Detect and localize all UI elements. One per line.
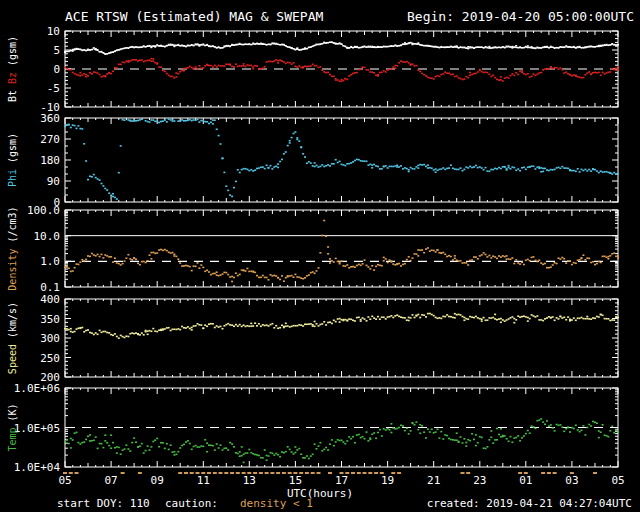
caution-marks bbox=[63, 472, 597, 474]
panel-density: 100.010.01.00.1Density (/cm3) bbox=[7, 204, 619, 294]
caution-label: caution: bbox=[165, 497, 218, 510]
axis-ticks bbox=[65, 299, 618, 377]
series-temp bbox=[64, 418, 619, 463]
begin-timestamp: Begin: 2019-04-20 05:00:00UTC bbox=[407, 9, 634, 24]
x-tick-label: 07 bbox=[104, 474, 117, 487]
series-phi bbox=[64, 118, 619, 200]
plot-title: ACE RTSW (Estimated) MAG & SWEPAM bbox=[65, 9, 323, 24]
temp-axis-label: Temp (K) bbox=[7, 403, 18, 451]
x-tick-label: 17 bbox=[335, 474, 348, 487]
bt-bz-axis-label: Bt Bz (gsm) bbox=[7, 36, 18, 102]
x-tick-label: 09 bbox=[151, 474, 164, 487]
density-axis-label: Density (/cm3) bbox=[7, 206, 18, 290]
phi-ytick-label: 360 bbox=[40, 112, 60, 125]
density-ytick-label: 1.0 bbox=[40, 255, 60, 268]
series-density bbox=[64, 220, 619, 283]
panel-frame bbox=[65, 118, 618, 202]
speed-axis-label: Speed (km/s) bbox=[7, 302, 18, 374]
axis-ticks bbox=[65, 118, 618, 202]
caution-value: density < 1 bbox=[240, 497, 313, 510]
density-ytick-label: 10.0 bbox=[34, 230, 61, 243]
speed-ytick-label: 250 bbox=[40, 352, 60, 365]
speed-ytick-label: 300 bbox=[40, 332, 60, 345]
x-tick-label: 23 bbox=[473, 474, 486, 487]
phi-ytick-label: 90 bbox=[47, 175, 60, 188]
speed-ytick-label: 350 bbox=[40, 313, 60, 326]
bt-bz-ytick-label: 5 bbox=[53, 44, 60, 57]
temp-ytick-label: 1.0E+06 bbox=[14, 382, 60, 395]
plot-canvas: ACE RTSW (Estimated) MAG & SWEPAM Begin:… bbox=[0, 0, 640, 512]
panel-speed: 400350300250200Speed (km/s) bbox=[7, 293, 619, 384]
panel-bt-bz: 1050-5-10Bt Bz (gsm) bbox=[7, 25, 619, 114]
x-tick-label: 05 bbox=[58, 474, 71, 487]
phi-ytick-label: 270 bbox=[40, 133, 60, 146]
x-tick-label: 21 bbox=[427, 474, 440, 487]
bt-bz-ytick-label: -5 bbox=[47, 82, 60, 95]
x-tick-labels: 05070911131517192123010305 bbox=[58, 474, 624, 487]
series-speed bbox=[64, 313, 619, 339]
x-tick-label: 05 bbox=[611, 474, 624, 487]
created-timestamp: created: 2019-04-21 04:27:04UTC bbox=[427, 497, 632, 510]
panel-frame bbox=[65, 299, 618, 377]
panel-temp: 1.0E+061.0E+051.0E+04Temp (K) bbox=[7, 382, 619, 474]
temp-ytick-label: 1.0E+04 bbox=[14, 461, 61, 474]
series-bt bbox=[64, 41, 619, 55]
speed-ytick-label: 400 bbox=[40, 293, 60, 306]
density-ytick-label: 100.0 bbox=[27, 204, 60, 217]
series-bz bbox=[64, 58, 619, 82]
phi-axis-label: Phi (gsm) bbox=[7, 133, 18, 187]
phi-ytick-label: 180 bbox=[40, 154, 60, 167]
x-tick-label: 13 bbox=[243, 474, 256, 487]
start-doy-label: start DOY: 110 bbox=[57, 497, 150, 510]
panels-group: 1050-5-10Bt Bz (gsm)360270180900Phi (gsm… bbox=[7, 25, 625, 487]
x-tick-label: 11 bbox=[197, 474, 210, 487]
temp-ytick-label: 1.0E+05 bbox=[14, 422, 60, 435]
x-tick-label: 19 bbox=[381, 474, 394, 487]
bt-bz-ytick-label: 10 bbox=[47, 25, 60, 38]
panel-frame bbox=[65, 210, 618, 287]
x-tick-label: 15 bbox=[289, 474, 302, 487]
x-tick-label: 01 bbox=[519, 474, 532, 487]
x-tick-label: 03 bbox=[565, 474, 578, 487]
axis-ticks bbox=[65, 210, 618, 287]
panel-phi: 360270180900Phi (gsm) bbox=[7, 112, 619, 209]
ace-rtsw-plot-window: ACE RTSW (Estimated) MAG & SWEPAM Begin:… bbox=[0, 0, 640, 512]
bt-bz-ytick-label: 0 bbox=[53, 63, 60, 76]
